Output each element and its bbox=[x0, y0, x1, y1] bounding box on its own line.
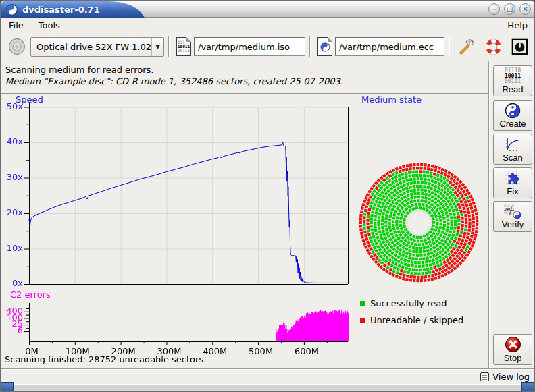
create-button[interactable]: Create bbox=[493, 100, 532, 131]
ecc-file-icon bbox=[317, 37, 332, 56]
menu-tools[interactable]: Tools bbox=[31, 19, 68, 32]
app-window: dvdisaster-0.71 − □ ✕ File Tools Help Op… bbox=[0, 0, 535, 392]
window-frame-bottom bbox=[1, 384, 535, 392]
fix-button[interactable]: Fix bbox=[493, 167, 532, 198]
toolbar-separator bbox=[168, 36, 170, 57]
green-swatch bbox=[360, 301, 365, 306]
minimize-button[interactable]: − bbox=[488, 3, 500, 15]
power-icon bbox=[511, 38, 529, 56]
help-button[interactable] bbox=[483, 36, 504, 57]
view-log-button[interactable]: View log bbox=[480, 372, 530, 382]
toolbar: Optical drive 52X FW 1.02 ▼ 011 10011 00… bbox=[1, 32, 535, 61]
medium-info-line: Medium "Example disc": CD-R mode 1, 3524… bbox=[5, 76, 488, 87]
puzzle-piece-icon bbox=[505, 170, 521, 186]
fix-label: Fix bbox=[507, 186, 518, 196]
scan-label: Scan bbox=[503, 152, 523, 163]
resize-grip-right[interactable] bbox=[521, 382, 534, 392]
drive-selector-value: Optical drive 52X FW 1.02 bbox=[31, 42, 151, 52]
iso-file-input[interactable] bbox=[194, 37, 305, 56]
log-list-icon bbox=[480, 372, 489, 381]
verify-button[interactable]: 01110 10011 00111 / Verify bbox=[493, 201, 532, 232]
scan-curve-icon bbox=[505, 136, 521, 152]
status-message-box: Scanning medium for read errors. Medium … bbox=[1, 61, 488, 94]
menu-help[interactable]: Help bbox=[500, 19, 535, 32]
stop-button[interactable]: Stop bbox=[493, 334, 532, 365]
preferences-button[interactable] bbox=[457, 36, 478, 57]
resize-grip-left[interactable] bbox=[1, 382, 14, 392]
titlebar[interactable]: dvdisaster-0.71 − □ ✕ bbox=[1, 1, 535, 18]
scan-button[interactable]: Scan bbox=[493, 134, 532, 165]
stop-icon bbox=[505, 336, 521, 353]
scan-result-text: Scanning finished: 28752 unreadable sect… bbox=[5, 354, 206, 364]
legend-ok-label: Successfully read bbox=[370, 298, 447, 308]
quit-button[interactable] bbox=[509, 36, 530, 57]
iso-image-icon: 011 10011 00111 bbox=[176, 37, 191, 56]
optical-drive-icon bbox=[8, 38, 26, 55]
read-label: Read bbox=[502, 84, 523, 94]
chevron-down-icon[interactable]: ▼ bbox=[151, 38, 163, 56]
menu-file[interactable]: File bbox=[1, 19, 31, 32]
medium-state-disc-canvas bbox=[357, 161, 480, 284]
medium-state-title: Medium state bbox=[361, 94, 422, 105]
maximize-button[interactable]: □ bbox=[504, 3, 515, 15]
chart-region: Speed Medium state Successfully read Unr… bbox=[1, 94, 488, 368]
ecc-file-input[interactable] bbox=[335, 37, 444, 56]
verify-icon: 01110 10011 00111 / bbox=[504, 204, 521, 219]
menubar: File Tools Help bbox=[1, 18, 535, 32]
legend-item-ok: Successfully read bbox=[360, 298, 447, 308]
window-title: dvdisaster-0.71 bbox=[22, 5, 100, 15]
toolbar-separator bbox=[309, 36, 311, 57]
close-button[interactable]: ✕ bbox=[519, 3, 531, 15]
titlebar-tab: dvdisaster-0.71 bbox=[1, 1, 145, 18]
read-button[interactable]: 01110 10011 00111 Read bbox=[493, 65, 532, 96]
speed-chart-canvas bbox=[1, 102, 354, 293]
toolbar-separator bbox=[449, 36, 450, 57]
legend-bad-label: Unreadable / skipped bbox=[370, 315, 463, 325]
yinyang-icon bbox=[505, 103, 521, 119]
create-label: Create bbox=[499, 119, 526, 129]
verify-label: Verify bbox=[502, 219, 524, 229]
status-line: Scanning medium for read errors. bbox=[5, 64, 488, 76]
lifesaver-icon bbox=[484, 38, 503, 56]
wrench-icon bbox=[458, 38, 476, 56]
ecc-yinyang-glyph bbox=[320, 42, 330, 52]
action-sidebar: 01110 10011 00111 Read Create Scan bbox=[488, 61, 535, 368]
stop-label: Stop bbox=[504, 353, 522, 363]
iso-icon-line: 00111 bbox=[178, 49, 190, 53]
yinyang-icon bbox=[513, 211, 521, 219]
binary-icon: 01110 10011 00111 bbox=[505, 68, 521, 84]
drive-selector[interactable]: Optical drive 52X FW 1.02 ▼ bbox=[30, 37, 164, 57]
view-log-label: View log bbox=[492, 372, 530, 382]
app-yinyang-icon bbox=[6, 4, 18, 16]
c2-chart-canvas bbox=[1, 298, 354, 358]
statusbar: View log bbox=[1, 368, 535, 384]
legend-item-bad: Unreadable / skipped bbox=[360, 315, 463, 325]
slash-glyph: / bbox=[509, 206, 512, 217]
red-swatch bbox=[360, 318, 365, 323]
